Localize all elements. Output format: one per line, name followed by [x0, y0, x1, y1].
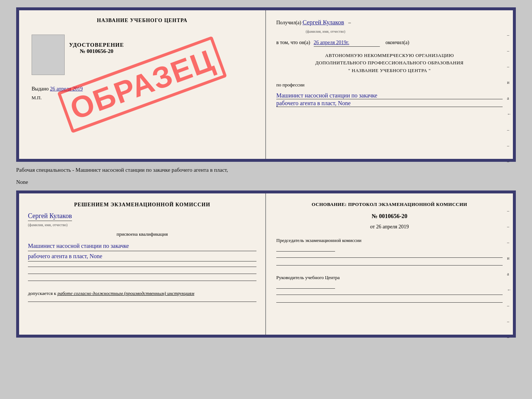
photo-placeholder [32, 35, 65, 75]
right-dashes-top: – – – и а ← – – – [507, 32, 511, 164]
bottom-doc-right: Основание: протокол экзаменационной коми… [266, 193, 513, 335]
separator-right-2 [276, 265, 503, 266]
bottom-doc-left: Решением экзаменационной комиссии Сергей… [19, 193, 266, 335]
middle-text-1: Рабочая специальность - Машинист насосно… [16, 166, 516, 174]
bottom-document: Решением экзаменационной комиссии Сергей… [16, 190, 516, 338]
komissia-name: Сергей Кулаков [28, 212, 72, 221]
middle-text-content-2: None [16, 179, 28, 185]
separator-line-3 [28, 281, 256, 281]
dopuskaetsya-value: работе согласно должностным (производств… [57, 291, 194, 296]
center-name-top: НАЗВАНИЕ УЧЕБНОГО ЦЕНТРА [97, 18, 187, 24]
komissia-title: Решением экзаменационной комиссии [28, 201, 256, 209]
po-professii: по профессии [276, 82, 503, 88]
top-document: НАЗВАНИЕ УЧЕБНОГО ЦЕНТРА УДОСТОВЕРЕНИЕ №… [16, 7, 516, 162]
qualification-line1: Машинист насосной станции по закачке [28, 241, 256, 251]
osnovaniye-text: Основание: протокол экзаменационной коми… [276, 201, 503, 209]
dopuskaetsya-block: допускается к работе согласно должностны… [28, 291, 256, 296]
protocol-date: от 26 апреля 2019 [276, 224, 503, 230]
vtomchto-row: в том, что он(а) 26 апреля 2019г. окончи… [276, 39, 503, 47]
separator-right-3 [276, 295, 503, 295]
qualification-block: Машинист насосной станции по закачке раб… [28, 241, 256, 261]
middle-text-content: Рабочая специальность - Машинист насосно… [16, 167, 228, 173]
vydano-line: Выдано 26 апреля 2019 [32, 86, 83, 92]
qualification-line2: рабочего агента в пласт, None [28, 251, 256, 261]
top-doc-left: НАЗВАНИЕ УЧЕБНОГО ЦЕНТРА УДОСТОВЕРЕНИЕ №… [19, 10, 266, 159]
po-professii-label: по профессии [276, 82, 305, 88]
poluchil-row: Получил(a) Сергей Кулаков – (фамилия, им… [276, 18, 503, 35]
predsedatel-block: Председатель экзаменационной комиссии [276, 237, 503, 252]
separator-line-1 [28, 267, 256, 267]
top-doc-right: Получил(a) Сергей Кулаков – (фамилия, им… [266, 10, 513, 159]
okonchil-label: окончил(а) [385, 40, 409, 45]
udostoverenie-title: УДОСТОВЕРЕНИЕ [69, 42, 124, 48]
ot-label: от [370, 224, 375, 229]
profession-line1: Машинист насосной станции по закачке [276, 92, 503, 99]
org-line1: АВТОНОМНУЮ НЕКОММЕРЧЕСКУЮ ОРГАНИЗАЦИЮ [276, 52, 503, 60]
rukovoditel-title: Руководитель учебного Центра [276, 274, 503, 281]
vydano-date: 26 апреля 2019 [50, 86, 83, 92]
rukovoditel-signature-line [276, 288, 335, 289]
middle-text-2: None [16, 178, 516, 186]
dopuskaetsya-label: допускается к [28, 291, 56, 296]
predsedatel-title: Председатель экзаменационной комиссии [276, 237, 503, 244]
protocol-date-value: 26 апреля 2019 [376, 224, 409, 229]
profession-line2: рабочего агента в пласт, None [276, 100, 503, 107]
separator-right-1 [276, 257, 503, 258]
udostoverenie-block: УДОСТОВЕРЕНИЕ № 0010656-20 [69, 42, 124, 54]
vtomchto-label: в том, что он(а) [276, 40, 310, 45]
komissia-name-block: Сергей Кулаков (фамилия, имя, отчество) [28, 212, 256, 228]
separator-line-4 [28, 302, 256, 302]
poluchil-label: Получил(a) [276, 20, 301, 25]
org-line3: " НАЗВАНИЕ УЧЕБНОГО ЦЕНТРА " [276, 67, 503, 75]
rukovoditel-block: Руководитель учебного Центра [276, 274, 503, 289]
mp-label: М.П. [32, 95, 42, 101]
right-dashes-bottom: – – – и а ← – – – [507, 208, 511, 340]
vydano-label: Выдано [32, 86, 49, 92]
org-line2: ДОПОЛНИТЕЛЬНОГО ПРОФЕССИОНАЛЬНОГО ОБРАЗО… [276, 59, 503, 67]
separator-line-2 [28, 274, 256, 274]
separator-right-4 [276, 302, 503, 303]
org-block: АВТОНОМНУЮ НЕКОММЕРЧЕСКУЮ ОРГАНИЗАЦИЮ ДО… [276, 52, 503, 75]
vtomchto-date: 26 апреля 2019г. [314, 39, 380, 47]
poluchil-name: Сергей Кулаков [302, 19, 344, 26]
protocol-number: № 0010656-20 [276, 213, 503, 220]
prisvoena-text: присвоена квалификация [28, 231, 256, 237]
komissia-familiya-label: (фамилия, имя, отчество) [28, 223, 68, 227]
predsedatel-signature-line [276, 251, 335, 252]
profession-block: Машинист насосной станции по закачке раб… [276, 92, 503, 107]
udostoverenie-number: № 0010656-20 [69, 48, 124, 54]
familiya-label-top: (фамилия, имя, отчество) [306, 29, 345, 33]
